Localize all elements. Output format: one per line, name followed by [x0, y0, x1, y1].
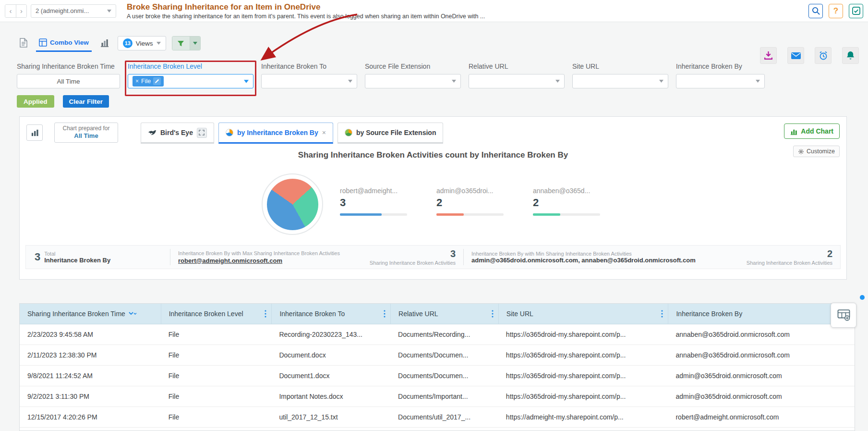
column-menu-icon[interactable] [661, 310, 663, 318]
applied-badge: Applied [17, 95, 54, 108]
legend-bar-fill [340, 213, 382, 216]
mail-icon [791, 52, 801, 60]
table-cell: annaben@o365droid.onmicrosoft.com [668, 345, 855, 365]
filter-label: Inheritance Broken Level [128, 62, 253, 72]
notification-dot [860, 295, 865, 300]
summary-max-user-link[interactable]: robert@admeight.onmicrosoft.com [178, 257, 340, 264]
download-button[interactable] [760, 47, 777, 64]
site-url-filter-dropdown[interactable] [572, 74, 668, 88]
legend-item[interactable]: robert@admeight... 3 [340, 187, 413, 216]
relative-url-filter-dropdown[interactable] [469, 74, 565, 88]
help-button[interactable]: ? [829, 4, 843, 18]
legend-value: 3 [340, 197, 413, 209]
alerts-button[interactable] [842, 47, 859, 64]
tab-label: Bird's Eye [160, 129, 193, 136]
add-chart-label: Add Chart [801, 127, 833, 135]
broken-to-filter-dropdown[interactable] [261, 74, 357, 88]
table-row[interactable]: 2/23/2023 9:45:58 AM File Recording-2023… [20, 324, 855, 345]
summary-min: Inheritance Broken By with Min Sharing I… [464, 248, 840, 266]
pie-chart[interactable] [267, 179, 318, 230]
forward-button[interactable]: › [16, 5, 26, 17]
clear-filter-button[interactable]: Clear Filter [63, 95, 109, 108]
tab-label: by Source File Extension [356, 129, 436, 136]
chart-tabs: Bird's Eye by Inheritance Broken By × by… [141, 123, 443, 144]
alarm-clock-icon [819, 51, 828, 61]
column-menu-icon[interactable] [492, 310, 494, 318]
chart-title: Sharing Inheritance Broken Activities co… [20, 150, 846, 160]
chip-remove-icon[interactable]: × [135, 78, 139, 85]
filter-button[interactable] [172, 37, 190, 50]
filter-caret-button[interactable] [190, 37, 200, 50]
app-window: ‹ › 2 (admeight.onmi... Broke Sharing In… [0, 0, 868, 431]
chevron-down-icon [244, 80, 249, 83]
table-row[interactable]: 12/15/2017 4:20:26 PM File util_2017_12_… [20, 407, 855, 428]
prepared-caption: Chart prepared for [55, 125, 118, 132]
chart-legend: robert@admeight... 3 admin@o365droi... 2… [340, 187, 606, 216]
chevron-down-icon [452, 80, 456, 83]
tab-by-inheritance-broken-by[interactable]: by Inheritance Broken By × [218, 123, 333, 144]
bar-chart-icon [100, 38, 109, 47]
summary-min-users: admin@o365droid.onmicrosoft.com, annaben… [471, 257, 696, 264]
legend-item[interactable]: admin@o365droi... 2 [436, 187, 509, 216]
summary-total: 3 Total Inheritance Broken By [26, 251, 170, 264]
column-header[interactable]: Site URL [498, 304, 668, 324]
table-settings-button[interactable] [831, 303, 856, 328]
column-header[interactable]: Inheritance Broken By [668, 304, 855, 324]
legend-label: annaben@o365d... [533, 187, 606, 195]
close-icon[interactable]: × [322, 129, 326, 136]
column-header[interactable]: Inheritance Broken To [271, 304, 390, 324]
tenant-selector[interactable]: 2 (admeight.onmi... [31, 4, 116, 18]
column-menu-icon[interactable] [265, 310, 266, 318]
download-icon [764, 51, 773, 60]
report-view-tab[interactable] [17, 35, 30, 52]
pie-chart-icon [345, 129, 352, 136]
broken-by-filter-dropdown[interactable] [676, 74, 765, 88]
filter-label: Source File Extension [365, 62, 461, 72]
table-cell: util_2017_12_15.txt [271, 407, 390, 427]
tab-birds-eye[interactable]: Bird's Eye [141, 123, 214, 144]
chevron-down-icon [157, 42, 161, 45]
summary-total-label: Inheritance Broken By [44, 257, 110, 264]
help-icon: ? [833, 6, 838, 16]
extension-filter-dropdown[interactable] [365, 74, 461, 88]
column-menu-icon[interactable] [384, 310, 386, 318]
search-button[interactable] [808, 4, 823, 18]
sort-icon[interactable] [129, 311, 137, 316]
table-cell: File [161, 407, 272, 427]
data-table: Sharing Inheritance Broken Time Inherita… [19, 303, 855, 431]
chip-edit-icon[interactable] [153, 77, 161, 85]
chip-label: File [141, 78, 151, 85]
time-filter-dropdown[interactable]: All Time [17, 74, 120, 88]
email-button[interactable] [787, 47, 804, 64]
expand-icon[interactable] [197, 128, 207, 138]
legend-bar-track [533, 213, 600, 216]
views-dropdown[interactable]: 13 Views [118, 36, 166, 50]
combo-view-tab[interactable]: Combo View [36, 35, 92, 52]
document-icon [20, 38, 27, 48]
table-cell: robert@admeight.onmicrosoft.com [668, 407, 855, 427]
charts-view-tab[interactable] [97, 35, 112, 52]
views-count-badge: 13 [123, 38, 133, 48]
tab-by-source-file-extension[interactable]: by Source File Extension [338, 123, 444, 144]
table-row[interactable]: 2/11/2023 12:38:30 PM File Document.docx… [20, 345, 855, 366]
column-header[interactable]: Sharing Inheritance Broken Time [20, 304, 161, 324]
combo-view-label: Combo View [50, 39, 89, 46]
table-cell: admin@o365droid.onmicrosoft.com [668, 366, 855, 386]
filter-inheritance-broken-level: Inheritance Broken Level × File [128, 62, 253, 88]
chart-prepared-box[interactable]: Chart prepared for All Time [54, 123, 118, 143]
filter-label: Relative URL [469, 62, 565, 72]
column-header[interactable]: Relative URL [390, 304, 498, 324]
level-filter-dropdown[interactable]: × File [128, 74, 253, 88]
chevron-down-icon [756, 80, 760, 83]
back-button[interactable]: ‹ [5, 5, 16, 17]
chart-type-button[interactable] [26, 124, 43, 141]
compliance-button[interactable] [849, 4, 863, 18]
table-row[interactable]: 9/8/2021 11:24:52 AM File Document1.docx… [20, 366, 855, 386]
page-title: Broke Sharing Inheritance for an Item in… [127, 2, 485, 12]
add-chart-button[interactable]: Add Chart [784, 123, 840, 139]
legend-item[interactable]: annaben@o365d... 2 [533, 187, 606, 216]
schedule-button[interactable] [815, 47, 832, 64]
filters-row: Sharing Inheritance Broken Time All Time… [17, 62, 765, 88]
table-row[interactable]: 9/2/2021 3:11:30 PM File Important Notes… [20, 386, 855, 407]
column-header[interactable]: Inheritance Broken Level [161, 304, 272, 324]
